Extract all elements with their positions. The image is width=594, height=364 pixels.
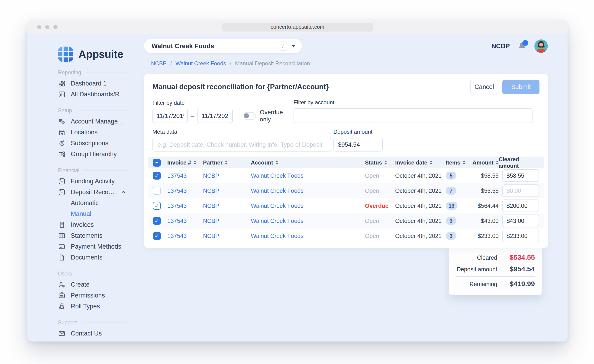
sidebar-item[interactable]: All Dashboards/Reports xyxy=(58,89,142,100)
partner-link[interactable]: NCBP xyxy=(203,233,219,239)
account-link[interactable]: Walnut Creek Foods xyxy=(251,172,304,179)
filter-by-account-input[interactable] xyxy=(294,108,533,123)
column-header[interactable]: Partner xyxy=(203,159,251,166)
cleared-amount-input[interactable] xyxy=(502,214,539,227)
breadcrumb-item[interactable]: NCBP xyxy=(151,60,167,67)
table-row: 137543 NCBP Walnut Creek Foods Open Octo… xyxy=(148,183,544,198)
breadcrumb: NCBP / Walnut Creek Foods / Manual Depos… xyxy=(151,60,548,67)
date-from-input[interactable] xyxy=(152,109,188,123)
column-header[interactable]: Invoice date xyxy=(395,159,446,166)
invoice-date: October 4th, 2021 xyxy=(395,233,446,239)
cleared-amount-input[interactable] xyxy=(502,200,539,212)
sidebar-item[interactable]: Account Management xyxy=(58,116,142,127)
permissions-icon xyxy=(58,292,66,299)
sidebar-section-items: Contact Us Tickets xyxy=(58,328,142,342)
submit-button[interactable]: Submit xyxy=(502,80,540,94)
partner-link[interactable]: NCBP xyxy=(203,188,219,194)
deposit-amount-input[interactable] xyxy=(333,138,383,151)
table-row: 137543 NCBP Walnut Creek Foods Open Octo… xyxy=(148,213,544,228)
sidebar-item[interactable]: Tickets xyxy=(58,339,142,342)
column-header-label: Status xyxy=(365,159,382,166)
partner-link[interactable]: NCBP xyxy=(203,202,219,209)
url-bar[interactable]: concerto.appsuite.com xyxy=(222,23,373,32)
sidebar-item[interactable]: Manual xyxy=(58,208,142,219)
account-link[interactable]: Walnut Creek Foods xyxy=(251,188,304,194)
sidebar-item[interactable]: Documents xyxy=(58,252,142,263)
items-count-badge: 5 xyxy=(446,172,456,180)
select-all-checkbox[interactable] xyxy=(153,159,161,167)
breadcrumb-item[interactable]: Walnut Creek Foods xyxy=(176,60,226,67)
sidebar-item[interactable]: Roll Types xyxy=(58,301,142,312)
column-header[interactable]: Account xyxy=(251,159,365,166)
sidebar-item[interactable]: Contact Us xyxy=(58,328,142,339)
amount-value: $55.55 xyxy=(467,188,499,194)
cancel-button[interactable]: Cancel xyxy=(470,80,498,94)
sidebar-section-items: Account Management Locations xyxy=(58,116,142,160)
user-avatar[interactable] xyxy=(534,39,548,53)
appsuite-grid-logo-icon xyxy=(58,46,73,62)
invoice-date: October 4th, 2021 xyxy=(395,172,446,179)
sidebar-item[interactable]: Payment Methods xyxy=(58,241,142,252)
deposit-amount-group: Deposit amount xyxy=(333,129,383,151)
meta-data-input[interactable] xyxy=(152,138,331,151)
row-checkbox[interactable] xyxy=(153,217,161,225)
date-to-input[interactable] xyxy=(197,109,233,123)
sidebar-item[interactable]: Statements xyxy=(58,230,142,241)
row-checkbox[interactable] xyxy=(153,172,161,180)
invoice-number-link[interactable]: 137543 xyxy=(167,188,187,194)
divider xyxy=(77,110,127,111)
items-count-badge: 3 xyxy=(446,232,456,240)
column-header[interactable]: Items xyxy=(446,159,467,166)
column-header[interactable]: Invoice # xyxy=(167,159,203,166)
column-header[interactable]: Status xyxy=(365,159,395,166)
sidebar-item-label: Deposit Reconcilia… xyxy=(71,188,115,196)
table-body: 137543 NCBP Walnut Creek Foods Open Octo… xyxy=(148,168,544,243)
sidebar-item[interactable]: Group Hierarchy xyxy=(58,149,142,160)
row-checkbox[interactable] xyxy=(153,187,161,195)
deposit-amount-label: Deposit amount xyxy=(333,129,383,135)
traffic-light-minimize-button[interactable] xyxy=(45,25,49,29)
partner-link[interactable]: NCBP xyxy=(203,218,219,224)
partner-link[interactable]: NCBP xyxy=(203,172,219,179)
invoice-number-link[interactable]: 137543 xyxy=(167,202,187,209)
sidebar-item[interactable]: Locations xyxy=(58,127,142,138)
sidebar-section-header: Users xyxy=(58,271,142,277)
account-management-icon xyxy=(58,118,66,125)
sidebar-item[interactable]: Create xyxy=(58,279,142,290)
invoice-number-link[interactable]: 137543 xyxy=(167,233,187,239)
user-create-icon xyxy=(58,281,66,288)
invoice-number-link[interactable]: 137543 xyxy=(167,172,187,179)
column-header[interactable]: Amount xyxy=(467,159,499,166)
cleared-amount-input[interactable] xyxy=(502,184,539,197)
topbar: Walnut Creek Foods / NCBP xyxy=(144,39,548,53)
column-header[interactable]: Cleared amount xyxy=(499,156,539,169)
sidebar-section-items: Dashboard 1 All Dashboards/Reports xyxy=(58,78,142,100)
account-link[interactable]: Walnut Creek Foods xyxy=(251,218,304,224)
partner-account-selector[interactable]: Walnut Creek Foods / xyxy=(144,39,302,53)
traffic-light-zoom-button[interactable] xyxy=(53,25,58,29)
row-checkbox[interactable] xyxy=(153,202,161,210)
sidebar-section-title: Users xyxy=(58,271,72,277)
invoice-number-link[interactable]: 137543 xyxy=(167,218,187,224)
row-checkbox[interactable] xyxy=(153,232,161,240)
sidebar-item[interactable]: Automatic xyxy=(58,198,142,208)
cleared-amount-input[interactable] xyxy=(502,230,539,242)
sidebar-item[interactable]: Funding Activity xyxy=(58,176,142,187)
summary-wrap: Cleared $534.55 Deposit amount $954.54 R… xyxy=(144,245,542,295)
sidebar-item[interactable]: $ Subscriptions xyxy=(58,138,142,149)
traffic-light-close-button[interactable] xyxy=(37,25,41,29)
sidebar-section: Setup Account Management xyxy=(58,108,142,160)
sidebar-item[interactable]: Dashboard 1 xyxy=(58,78,142,89)
cleared-amount-input[interactable] xyxy=(502,169,539,182)
sidebar-item[interactable]: Permissions xyxy=(58,290,142,301)
notifications-bell-icon[interactable] xyxy=(517,41,527,52)
sidebar-item[interactable]: Deposit Reconcilia… xyxy=(58,187,142,198)
amount-value: $58.55 xyxy=(467,172,499,179)
overdue-only-toggle[interactable] xyxy=(243,112,256,120)
appsuite-brand[interactable]: Appsuite xyxy=(58,46,142,62)
sidebar-item[interactable]: Invoices xyxy=(58,219,142,230)
subscriptions-icon: $ xyxy=(58,139,66,147)
account-link[interactable]: Walnut Creek Foods xyxy=(251,202,304,209)
account-link[interactable]: Walnut Creek Foods xyxy=(251,233,304,239)
filter-by-account-label: Filter by account xyxy=(294,99,533,106)
